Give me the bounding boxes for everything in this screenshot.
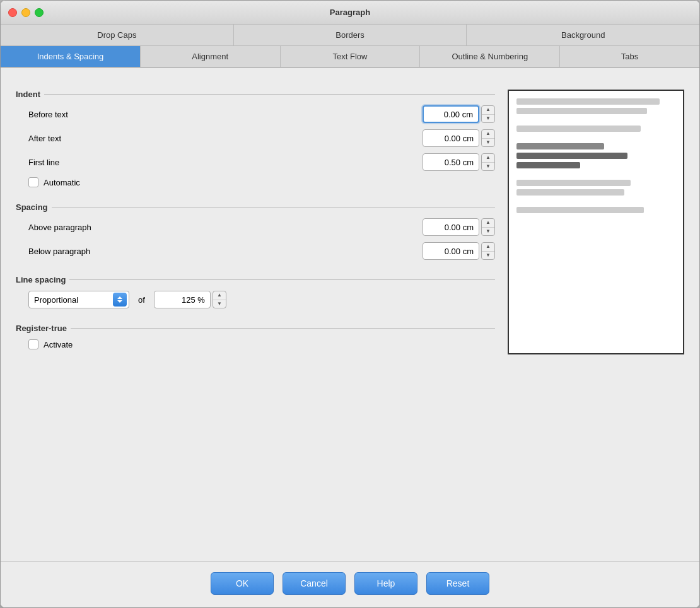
before-text-label: Before text [28,110,423,119]
below-paragraph-spinner-up[interactable]: ▲ [482,243,494,252]
tab-text-flow[interactable]: Text Flow [281,46,421,67]
after-text-spinner: ▲ ▼ [481,129,495,147]
preview-line [516,108,647,114]
before-text-input[interactable] [423,105,479,123]
line-spacing-spinner-up[interactable]: ▲ [213,291,226,300]
below-paragraph-label: Below paragraph [28,247,423,256]
traffic-lights [8,8,44,17]
before-text-spinner-down[interactable]: ▼ [482,115,494,123]
line-spacing-row: Proportional Fixed Leading Minimum Singl… [16,291,495,308]
below-paragraph-input[interactable] [423,242,479,260]
automatic-checkbox[interactable] [28,177,38,187]
above-paragraph-spinner-up[interactable]: ▲ [482,219,494,228]
above-paragraph-input[interactable] [423,218,479,236]
preview-spacer [516,135,675,140]
ok-button[interactable]: OK [211,572,274,595]
before-text-input-group: ▲ ▼ [423,105,495,123]
preview-box [508,90,684,354]
indent-section-header: Indent [16,90,495,99]
line-spacing-select[interactable]: Proportional Fixed Leading Minimum Singl… [28,291,129,308]
preview-spacer [516,172,675,177]
form-area: Indent Before text ▲ ▼ After text [16,81,495,549]
top-tab-row: Drop Caps Borders Background [1,25,699,46]
preview-line [516,180,631,186]
preview-line [516,207,644,213]
line-spacing-value-group: ▲ ▼ [154,291,226,308]
above-paragraph-row: Above paragraph ▲ ▼ [16,218,495,236]
minimize-button[interactable] [21,8,30,17]
line-spacing-spinner: ▲ ▼ [213,291,226,308]
preview-spacer [516,117,675,122]
first-line-label: First line [28,158,423,167]
below-paragraph-input-group: ▲ ▼ [423,242,495,260]
line-spacing-value-input[interactable] [154,291,211,308]
preview-pane [508,90,684,549]
below-paragraph-spinner-down[interactable]: ▼ [482,252,494,260]
first-line-input[interactable] [423,153,479,171]
after-text-row: After text ▲ ▼ [16,129,495,147]
tab-tabs[interactable]: Tabs [560,46,699,67]
activate-checkbox[interactable] [28,339,38,349]
line-spacing-section-header: Line spacing [16,275,495,284]
tab-alignment[interactable]: Alignment [141,46,281,67]
above-paragraph-spinner: ▲ ▼ [481,218,495,236]
tab-borders[interactable]: Borders [234,25,467,45]
spacing-section-header: Spacing [16,202,495,212]
preview-line [516,189,624,196]
preview-line [516,126,641,132]
before-text-spinner: ▲ ▼ [481,105,495,123]
help-button[interactable]: Help [354,572,417,595]
tab-drop-caps[interactable]: Drop Caps [1,25,234,45]
paragraph-dialog: Paragraph Drop Caps Borders Background I… [0,0,700,608]
first-line-input-group: ▲ ▼ [423,153,495,171]
reset-button[interactable]: Reset [426,572,489,595]
close-button[interactable] [8,8,17,17]
register-true-section-header: Register-true [16,324,495,333]
after-text-label: After text [28,134,423,143]
activate-label: Activate [44,340,73,349]
below-paragraph-row: Below paragraph ▲ ▼ [16,242,495,260]
first-line-spinner-down[interactable]: ▼ [482,163,494,171]
tab-background[interactable]: Background [467,25,699,45]
preview-line-darker [516,153,627,159]
below-paragraph-spinner: ▲ ▼ [481,242,495,260]
maximize-button[interactable] [35,8,44,17]
line-spacing-select-wrap: Proportional Fixed Leading Minimum Singl… [28,291,129,308]
automatic-row: Automatic [16,177,495,187]
first-line-row: First line ▲ ▼ [16,153,495,171]
preview-line [516,98,660,105]
button-row: OK Cancel Help Reset [1,561,699,607]
after-text-input-group: ▲ ▼ [423,129,495,147]
of-label: of [138,295,145,305]
title-bar: Paragraph [1,1,699,25]
before-text-spinner-up[interactable]: ▲ [482,106,494,115]
tab-outline-numbering[interactable]: Outline & Numbering [420,46,560,67]
content-area: Indent Before text ▲ ▼ After text [1,68,699,561]
preview-line-darker [516,162,580,168]
after-text-input[interactable] [423,129,479,147]
above-paragraph-label: Above paragraph [28,223,423,232]
first-line-spinner: ▲ ▼ [481,153,495,171]
cancel-button[interactable]: Cancel [283,572,346,595]
preview-line [516,143,604,149]
above-paragraph-spinner-down[interactable]: ▼ [482,228,494,236]
automatic-label: Automatic [44,178,80,187]
first-line-spinner-up[interactable]: ▲ [482,154,494,163]
preview-spacer [516,199,675,204]
activate-row: Activate [16,339,495,349]
window-title: Paragraph [330,8,370,17]
line-spacing-spinner-down[interactable]: ▼ [213,300,226,308]
after-text-spinner-down[interactable]: ▼ [482,139,494,147]
above-paragraph-input-group: ▲ ▼ [423,218,495,236]
tab-indents-spacing[interactable]: Indents & Spacing [1,46,141,67]
after-text-spinner-up[interactable]: ▲ [482,130,494,139]
before-text-row: Before text ▲ ▼ [16,105,495,123]
bottom-tab-row: Indents & Spacing Alignment Text Flow Ou… [1,46,699,68]
